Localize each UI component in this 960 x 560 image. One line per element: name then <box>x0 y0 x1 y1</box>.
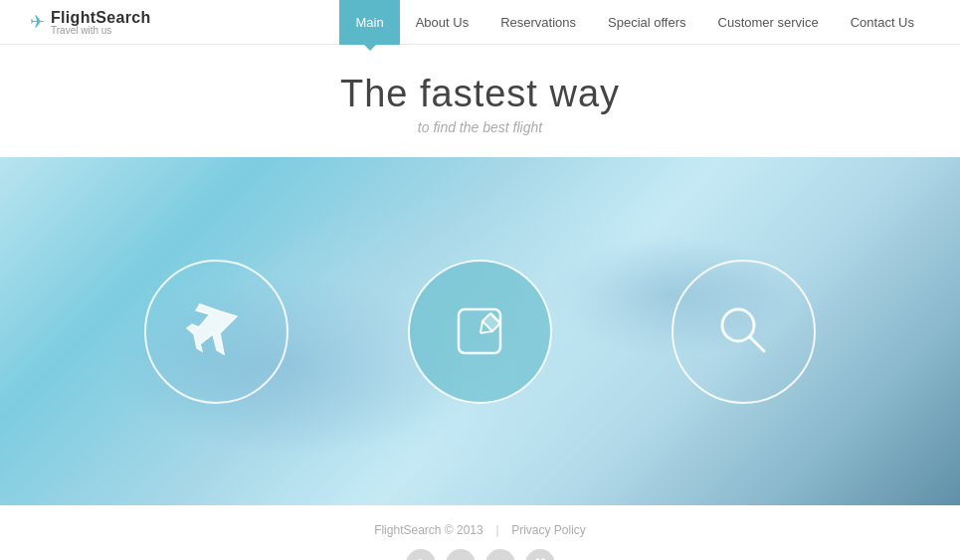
logo-text: FlightSearch Travel with us <box>51 9 151 36</box>
nav-item-main[interactable]: Main <box>339 0 399 45</box>
svg-line-5 <box>750 337 764 351</box>
plane-icon <box>182 296 252 366</box>
edit-icon <box>445 295 516 367</box>
nav-item-customer[interactable]: Customer service <box>702 0 835 45</box>
hero-subtitle: to find the best flight <box>0 119 960 135</box>
nav-item-reservations[interactable]: Reservations <box>484 0 592 45</box>
plane-logo-icon: ✈ <box>30 11 45 33</box>
search-circle-button[interactable] <box>672 260 816 404</box>
logo-area: ✈ FlightSearch Travel with us <box>30 9 151 36</box>
book-circle-button[interactable] <box>408 260 552 404</box>
logo-tagline: Travel with us <box>51 25 151 36</box>
nav-item-about[interactable]: About Us <box>400 0 484 45</box>
svg-line-2 <box>480 321 482 333</box>
google-plus-icon[interactable]: g+ <box>485 549 515 560</box>
hero-text-area: The fastest way to find the best flight <box>0 45 960 157</box>
svg-line-3 <box>480 331 492 333</box>
hero-title: The fastest way <box>0 73 960 115</box>
main-visual <box>0 157 960 505</box>
privacy-link[interactable]: Privacy Policy <box>511 523 586 537</box>
main-nav: Main About Us Reservations Special offer… <box>339 0 930 45</box>
footer-copyright: FlightSearch © 2013 | Privacy Policy <box>0 523 960 537</box>
nav-item-special[interactable]: Special offers <box>592 0 702 45</box>
social-icons-group: 𝕥 f g+ ⌘ <box>0 549 960 560</box>
copyright-text: FlightSearch © 2013 <box>374 523 483 537</box>
footer-divider: | <box>492 523 502 537</box>
facebook-icon[interactable]: f <box>446 549 476 560</box>
twitter-icon[interactable]: 𝕥 <box>406 549 436 560</box>
flights-circle-button[interactable] <box>144 260 288 404</box>
header: ✈ FlightSearch Travel with us Main About… <box>0 0 960 45</box>
footer: FlightSearch © 2013 | Privacy Policy 𝕥 f… <box>0 505 960 560</box>
nav-item-contact[interactable]: Contact Us <box>835 0 930 45</box>
search-icon <box>708 295 780 367</box>
rss-icon[interactable]: ⌘ <box>525 549 555 560</box>
